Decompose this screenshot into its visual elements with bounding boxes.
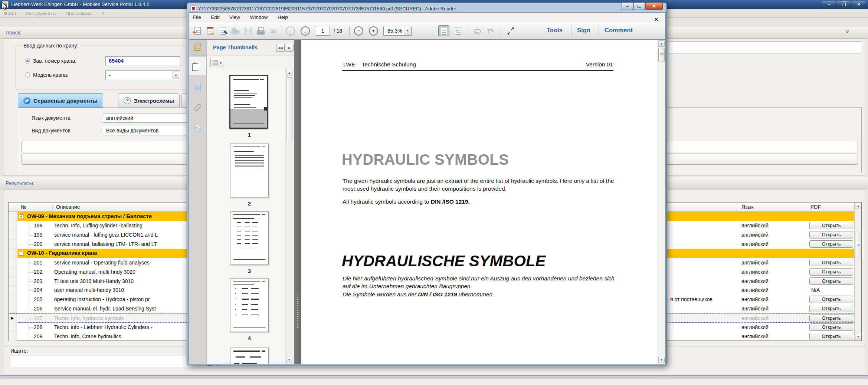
portal-close-button[interactable]: × xyxy=(852,1,866,8)
sign-file-button[interactable]: ✎ xyxy=(217,25,228,36)
previous-page-button[interactable]: ↑ xyxy=(285,25,296,36)
row-gutter[interactable] xyxy=(9,240,17,249)
fit-page-button[interactable]: ↕ xyxy=(452,25,464,36)
search-field-right[interactable] xyxy=(669,41,862,53)
row-gutter[interactable] xyxy=(9,258,17,267)
row-gutter[interactable] xyxy=(9,212,17,221)
reader-close-button[interactable]: ✕ xyxy=(645,3,663,10)
open-pdf-button[interactable]: Открыть xyxy=(809,305,853,312)
open-pdf-button[interactable]: Открыть xyxy=(809,268,853,276)
cloud-upload-button[interactable]: ↑ xyxy=(230,25,241,36)
page-thumbnail[interactable] xyxy=(230,144,269,197)
page-thumbnail[interactable] xyxy=(230,211,269,265)
open-pdf-button[interactable]: Открыть xyxy=(809,277,853,285)
portal-minimize-button[interactable]: – xyxy=(822,1,836,8)
sign-button[interactable]: Sign xyxy=(577,27,590,34)
panel-splitter[interactable] xyxy=(294,40,301,364)
next-page-button[interactable]: ↓ xyxy=(299,25,311,36)
viewport-resize-handle[interactable] xyxy=(264,107,267,111)
language-filter-combo[interactable]: английский xyxy=(103,113,187,123)
col-header-num[interactable]: № xyxy=(21,204,26,210)
row-gutter[interactable] xyxy=(9,332,17,341)
open-pdf-button[interactable]: Открыть xyxy=(809,259,853,266)
open-pdf-button[interactable]: Открыть xyxy=(809,315,853,322)
row-gutter[interactable] xyxy=(9,277,17,286)
scroll-up-icon[interactable]: ▲ xyxy=(855,203,861,209)
row-gutter[interactable] xyxy=(9,304,17,313)
zoom-in-button[interactable]: + xyxy=(368,25,379,36)
row-gutter[interactable] xyxy=(9,267,17,277)
row-gutter[interactable] xyxy=(9,221,17,230)
page-thumbnail[interactable] xyxy=(229,75,268,129)
tab-electric-schemes[interactable]: ? Электросхемы xyxy=(118,93,180,108)
menu-help[interactable]: ? xyxy=(98,11,108,16)
col-header-language[interactable]: Язык xyxy=(741,204,754,210)
thumbnail-options-button[interactable]: ▼ xyxy=(210,58,224,67)
zoom-out-button[interactable]: − xyxy=(353,25,364,36)
security-lock-button[interactable] xyxy=(189,40,206,56)
open-pdf-button[interactable]: Открыть xyxy=(809,231,853,238)
open-pdf-button[interactable]: Открыть xyxy=(809,222,853,229)
page-thumbnail[interactable] xyxy=(230,348,269,364)
tools-button[interactable]: Tools xyxy=(547,27,563,34)
open-pdf-button[interactable]: Открыть xyxy=(809,323,853,331)
pdf-scrollbar[interactable]: ▲ ▼ xyxy=(658,40,665,364)
reader-minimize-button[interactable]: – xyxy=(622,3,633,10)
serial-number-input[interactable]: 65404 xyxy=(105,56,180,66)
attachments-tab[interactable] xyxy=(189,98,206,117)
page-thumbnail[interactable] xyxy=(230,278,269,332)
open-pdf-button[interactable]: Открыть xyxy=(809,240,853,248)
col-header-pdf[interactable]: PDF xyxy=(810,204,821,210)
save-button[interactable] xyxy=(242,25,253,36)
pdf-scroll-up-icon[interactable]: ▲ xyxy=(658,40,665,47)
bookmarks-tab[interactable] xyxy=(189,78,206,96)
fit-width-button[interactable]: ↔ xyxy=(438,25,449,36)
email-button[interactable]: ✉ xyxy=(268,25,279,36)
page-number-input[interactable]: 1 xyxy=(316,26,330,36)
thumbnails-scrollbar[interactable]: ▲ ▼ xyxy=(285,69,294,364)
menu-programs[interactable]: Программы xyxy=(62,11,96,16)
collapse-chevron-icon[interactable]: » xyxy=(844,30,851,32)
doctype-filter-combo[interactable]: Все виды документов xyxy=(103,126,187,135)
reader-menu-help[interactable]: Help xyxy=(273,13,292,20)
row-gutter[interactable] xyxy=(9,295,17,304)
reader-menu-edit[interactable]: Edit xyxy=(207,13,223,20)
table-scrollbar[interactable]: ▲ ▼ xyxy=(854,203,861,340)
open-pdf-button[interactable]: Открыть xyxy=(809,296,853,303)
pdf-scrollbar-thumb[interactable] xyxy=(658,48,665,62)
serial-radio[interactable] xyxy=(25,58,30,63)
layers-tab[interactable] xyxy=(189,118,206,137)
menu-tools[interactable]: Инструменты xyxy=(22,11,60,16)
chevron-down-icon[interactable]: ▼ xyxy=(404,26,411,35)
expand-panel-button[interactable]: ▶ xyxy=(285,44,294,52)
portal-restore-button[interactable] xyxy=(837,1,851,8)
zoom-level-select[interactable]: 85,3%▼ xyxy=(383,26,412,36)
reader-titlebar[interactable]: 7717738325857813238117187122251986208115… xyxy=(189,3,666,13)
tab-service-documents[interactable]: Сервисные документы xyxy=(18,93,103,108)
create-pdf-button[interactable]: ★ xyxy=(204,25,216,36)
thumb-scroll-down-icon[interactable]: ▼ xyxy=(286,357,292,363)
open-pdf-button[interactable]: Открыть xyxy=(809,333,853,340)
thumb-scroll-up-icon[interactable]: ▲ xyxy=(286,70,292,76)
open-file-button[interactable]: ↩ xyxy=(192,25,203,36)
chevron-down-icon[interactable]: ▼ xyxy=(173,72,179,79)
menu-file[interactable]: Файл xyxy=(0,11,20,16)
row-gutter[interactable]: ▶ xyxy=(9,314,17,323)
row-gutter[interactable] xyxy=(9,230,17,240)
row-gutter[interactable] xyxy=(9,249,17,258)
row-gutter[interactable] xyxy=(9,286,17,295)
reader-maximize-button[interactable] xyxy=(633,3,645,10)
pdf-scroll-down-icon[interactable]: ▼ xyxy=(658,357,665,363)
col-header-description[interactable]: Описание xyxy=(56,204,80,210)
reader-menu-window[interactable]: Window xyxy=(246,13,272,20)
highlight-text-button[interactable]: T✎ xyxy=(485,25,496,36)
page-thumbnails-tab[interactable] xyxy=(189,57,206,75)
table-scrollbar-thumb[interactable] xyxy=(855,231,861,258)
reading-mode-button[interactable]: ↗↙ xyxy=(505,25,516,36)
reader-menu-view[interactable]: View xyxy=(225,13,244,20)
collapse-group-icon[interactable]: − xyxy=(19,214,23,219)
crane-model-dropdown[interactable]: -▼ xyxy=(105,70,180,80)
row-gutter[interactable] xyxy=(9,323,17,332)
collapse-panel-button[interactable]: ◀◀ xyxy=(276,44,285,52)
collapse-group-icon[interactable]: − xyxy=(19,251,23,256)
